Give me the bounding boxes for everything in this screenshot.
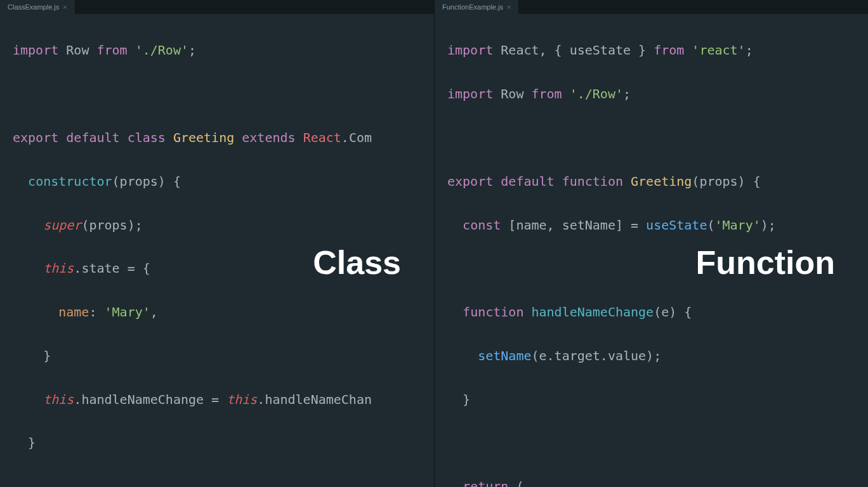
ident: (e.target.value);: [531, 348, 661, 363]
punct: ;: [623, 86, 631, 101]
punct: (props) {: [692, 174, 760, 189]
fn-constructor: constructor: [28, 174, 112, 189]
kw-import: import: [447, 86, 493, 101]
left-tabbar: ClassExample.js ×: [0, 0, 434, 14]
kw-this: this: [227, 392, 257, 407]
kw-default: default: [66, 130, 119, 145]
split-view: ClassExample.js × import Row from './Row…: [0, 0, 868, 487]
fn: handleNameChange: [531, 304, 654, 320]
type: React: [303, 130, 341, 145]
punct: , {: [539, 42, 570, 58]
ident: [name, setName] =: [501, 218, 646, 233]
kw-function: function: [463, 304, 523, 320]
punct: .state = {: [74, 261, 150, 276]
punct: );: [761, 218, 776, 233]
kw-return: return: [463, 479, 508, 487]
punct: }: [43, 348, 51, 363]
punct: ;: [746, 42, 753, 58]
kw-export: export: [13, 130, 58, 145]
right-pane: FunctionExample.js × import React, { use…: [434, 0, 868, 487]
close-icon[interactable]: ×: [63, 3, 67, 11]
punct: }: [463, 392, 470, 407]
ident: Row: [501, 86, 523, 101]
left-pane: ClassExample.js × import Row from './Row…: [0, 0, 434, 487]
fnname: Greeting: [631, 174, 692, 189]
string: './Row': [570, 86, 623, 101]
kw-from: from: [654, 42, 684, 58]
kw-from: from: [96, 42, 127, 58]
kw-import: import: [447, 42, 493, 58]
ident: React: [501, 42, 539, 58]
kw-this: this: [43, 261, 74, 276]
kw-extends: extends: [242, 130, 295, 145]
ident: .handleNameChan: [257, 392, 372, 407]
ident: useState: [570, 42, 631, 58]
right-tabbar: FunctionExample.js ×: [435, 0, 868, 14]
classname: Greeting: [173, 130, 234, 145]
tab-label: FunctionExample.js: [442, 3, 503, 11]
string: 'react': [692, 42, 745, 58]
kw-from: from: [531, 86, 562, 101]
punct: :: [89, 304, 104, 320]
right-editor[interactable]: import React, { useState } from 'react';…: [435, 14, 868, 487]
kw-import: import: [13, 42, 58, 58]
kw-function: function: [562, 174, 623, 189]
tab-classexample[interactable]: ClassExample.js ×: [0, 0, 76, 14]
punct: (props);: [81, 218, 142, 233]
kw-class: class: [128, 130, 166, 145]
ident: Row: [66, 42, 89, 58]
punct: (: [508, 479, 523, 487]
close-icon[interactable]: ×: [507, 3, 511, 11]
tab-label: ClassExample.js: [8, 3, 59, 11]
punct: (e) {: [654, 304, 692, 320]
call: useState: [646, 218, 707, 233]
kw-export: export: [447, 174, 493, 189]
kw-default: default: [501, 174, 554, 189]
call: setName: [478, 348, 531, 363]
string: 'Mary': [714, 218, 760, 233]
prop: name: [58, 304, 89, 320]
left-editor[interactable]: import Row from './Row'; export default …: [0, 14, 434, 487]
string: './Row': [135, 42, 188, 58]
punct: }: [28, 435, 36, 450]
ident: .handleNameChange =: [74, 392, 227, 407]
kw-this: this: [43, 392, 74, 407]
punct: (props) {: [112, 174, 181, 189]
kw-super: super: [43, 218, 81, 233]
string: 'Mary': [105, 304, 150, 320]
tab-functionexample[interactable]: FunctionExample.js ×: [435, 0, 519, 14]
punct: }: [631, 42, 654, 58]
kw-const: const: [463, 218, 501, 233]
punct: ;: [188, 42, 196, 58]
punct: ,: [150, 304, 158, 320]
ident: .Com: [341, 130, 372, 145]
punct: (: [707, 218, 714, 233]
